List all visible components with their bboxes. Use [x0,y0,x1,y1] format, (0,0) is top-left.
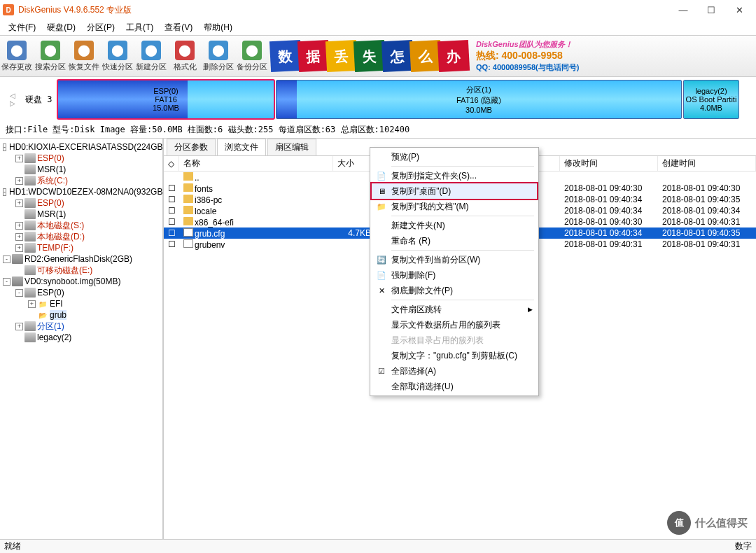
toolbar-button[interactable]: ⬤删除分区 [202,36,235,76]
toolbar-button[interactable]: ⬤格式化 [168,36,202,76]
toolbar-icon: ⬤ [7,41,27,60]
tree-node[interactable]: -HD1:WDCWD10EZEX-08M2NA0(932GB) [0,186,162,197]
tree-toggle[interactable]: - [3,278,10,286]
tree-node[interactable]: MSR(1) [0,209,162,220]
maximize-button[interactable]: ☐ [697,1,725,18]
context-menu-item[interactable]: 🖥复制到"桌面"(D) [372,183,537,199]
context-menu-item[interactable]: 显示文件数据所占用的簇列表 [372,317,537,332]
tree-toggle[interactable]: + [15,200,23,207]
tree-node[interactable]: +ESP(0) [0,197,162,209]
status-right: 数字 [735,540,752,552]
partition-block[interactable]: legacy(2)OS Boot Partiti4.0MB [683,80,739,119]
tree-toggle[interactable]: - [3,255,10,263]
tree-node[interactable]: +本地磁盘(S:) [0,220,162,231]
partition-icon [24,176,36,186]
menu-label: 复制到指定文件夹(S)... [391,170,477,182]
close-button[interactable]: ✕ [725,1,753,18]
context-menu-item[interactable]: 🔄复制文件到当前分区(W) [372,252,537,267]
context-menu-item[interactable]: 预览(P) [372,149,537,164]
menu-item[interactable]: 帮助(H) [198,20,238,35]
disk-icon [12,254,23,264]
context-menu-item[interactable]: 📄复制到指定文件夹(S)... [372,168,537,183]
toolbar-button[interactable]: ⬤新建分区 [134,36,168,76]
menu-item[interactable]: 文件(F) [3,20,41,35]
tree-node[interactable]: legacy(2) [0,332,162,343]
col-created[interactable]: 创建时间 [658,156,756,171]
tree-node[interactable]: +分区(1) [0,321,162,332]
context-menu-item[interactable]: 重命名 (R) [372,233,537,248]
menu-item[interactable]: 硬盘(D) [41,20,81,35]
toolbar-button[interactable]: ⬤快速分区 [101,36,134,76]
toolbar-icon: ⬤ [209,41,228,60]
tree-node[interactable]: -HD0:KIOXIA-EXCERIASATASSD(224GB) [0,141,162,153]
tree-node[interactable]: +📁EFI [0,298,162,309]
tree-toggle[interactable]: + [15,222,23,230]
context-menu-item[interactable]: 复制文字："grub.cfg" 到剪贴板(C) [372,348,537,363]
tree-toggle[interactable]: - [15,289,23,297]
tree-node[interactable]: -RD2:GenericFlashDisk(2GB) [0,253,162,265]
tree-toggle[interactable]: + [15,323,23,330]
disk-icon [12,276,23,286]
tree-toggle[interactable]: + [28,300,36,308]
watermark-badge: 值 [667,511,691,535]
tree-node[interactable]: +ESP(0) [0,153,162,164]
tree-toggle[interactable]: - [3,188,6,196]
context-menu-item[interactable]: 📄强制删除(F) [372,267,537,283]
tree-toggle[interactable]: + [15,244,23,252]
toolbar-button[interactable]: ⬤保存更改 [0,36,34,76]
toolbar-label: 新建分区 [136,62,167,72]
menu-label: 重命名 (R) [391,235,430,247]
tab[interactable]: 扇区编辑 [267,139,316,155]
tab[interactable]: 浏览文件 [217,139,266,155]
menu-item[interactable]: 工具(T) [120,20,159,35]
tree-node[interactable]: MSR(1) [0,164,162,175]
partition-icon [24,198,36,208]
context-menu-item[interactable]: 文件扇区跳转▶ [372,302,537,317]
context-menu-item[interactable]: ☑全部选择(A) [372,363,537,379]
toolbar-button[interactable]: ⬤搜索分区 [34,36,67,76]
tree-label: TEMP(F:) [37,243,74,253]
partition-icon [24,209,36,219]
menu-icon: ☑ [376,365,387,377]
col-size[interactable]: 大小 [333,156,375,171]
col-name[interactable]: 名称 [179,156,333,171]
toolbar-button[interactable]: ⬤恢复文件 [67,36,101,76]
menu-item[interactable]: 分区(P) [81,20,120,35]
tree-label: MSR(1) [37,209,66,219]
context-menu-item: 显示根目录占用的簇列表 [372,332,537,348]
col-checkbox[interactable]: ◇ [164,156,179,171]
context-menu-item[interactable]: 全部取消选择(U) [372,379,537,394]
tree-node[interactable]: +TEMP(F:) [0,242,162,253]
tree-label: ESP(0) [37,153,64,163]
watermark-text: 什么值得买 [695,517,748,530]
partition-block[interactable]: ESP(0)FAT1615.0MB [57,80,274,119]
toolbar-button[interactable]: ⬤备份分区 [235,36,269,76]
context-menu-item[interactable]: ✕彻底删除文件(P) [372,283,537,298]
tree-toggle[interactable]: - [3,144,6,151]
menu-label: 复制到"我的文档"(M) [391,201,469,213]
tree-node[interactable]: 📂grub [0,309,162,321]
partition-block[interactable]: 分区(1)FAT16 (隐藏)30.0MB [276,80,682,119]
context-menu-item[interactable]: 📁复制到"我的文档"(M) [372,199,537,214]
tree-node[interactable]: -VD0:synoboot.img(50MB) [0,276,162,287]
disk-tree[interactable]: -HD0:KIOXIA-EXCERIASATASSD(224GB)+ESP(0)… [0,139,164,545]
file-created: 2018-08-01 09:40:31 [658,239,756,249]
tree-node[interactable]: 可移动磁盘(E:) [0,265,162,276]
tree-toggle[interactable]: + [15,233,23,241]
tab[interactable]: 分区参数 [167,139,216,155]
minimize-button[interactable]: — [669,1,697,18]
nav-arrows[interactable]: ◁▷ [3,92,22,107]
tree-toggle[interactable]: + [15,155,23,162]
menu-icon: 📁 [376,201,387,212]
menu-item[interactable]: 查看(V) [159,20,198,35]
tree-node[interactable]: +本地磁盘(D:) [0,231,162,242]
partition-icon [24,265,36,275]
col-modified[interactable]: 修改时间 [560,156,658,171]
file-modified: 2018-08-01 09:40:34 [560,206,658,216]
tree-toggle[interactable]: + [15,177,23,185]
tree-node[interactable]: +系统(C:) [0,175,162,186]
tree-node[interactable]: -ESP(0) [0,287,162,298]
partition-icon [24,164,36,174]
context-menu-item[interactable]: 新建文件夹(N) [372,218,537,233]
file-modified: 2018-08-01 09:40:30 [560,217,658,227]
